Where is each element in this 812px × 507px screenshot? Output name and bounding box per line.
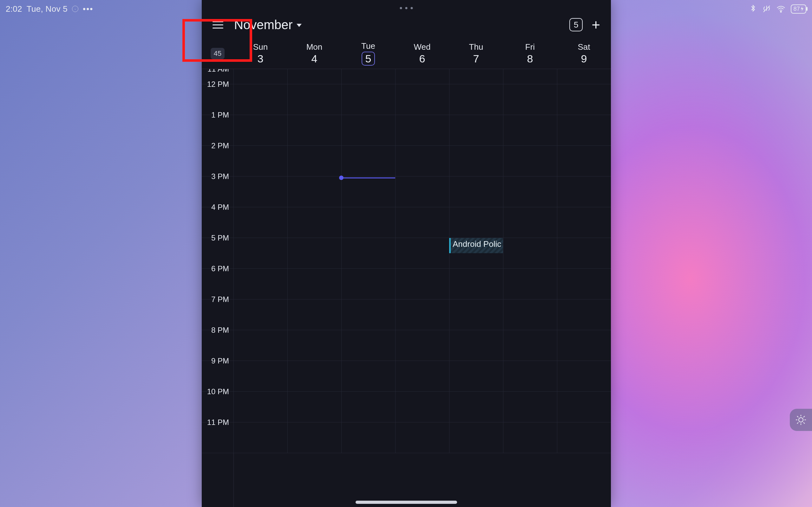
hour-row[interactable]: 5 PM xyxy=(202,238,611,269)
grid-cell[interactable] xyxy=(287,422,341,453)
day-header-thu[interactable]: Thu 7 xyxy=(449,38,503,69)
grid-cell[interactable] xyxy=(395,269,449,299)
hour-row[interactable]: 2 PM xyxy=(202,146,611,176)
grid-cell[interactable] xyxy=(503,330,557,360)
calendar-grid[interactable]: 11 AM12 PM1 PM2 PM3 PM4 PM5 PM6 PM7 PM8 … xyxy=(202,69,611,507)
grid-cell[interactable] xyxy=(341,176,395,207)
more-notifications-icon[interactable]: ••• xyxy=(83,4,93,14)
hour-row[interactable]: 4 PM xyxy=(202,207,611,238)
brightness-fab[interactable] xyxy=(790,409,812,431)
grid-cell[interactable] xyxy=(395,207,449,238)
grid-cell[interactable] xyxy=(287,392,341,422)
grid-cell[interactable] xyxy=(287,176,341,207)
grid-cell[interactable] xyxy=(557,84,611,115)
grid-cell[interactable] xyxy=(449,176,503,207)
grid-cell[interactable] xyxy=(287,115,341,146)
grid-cell[interactable] xyxy=(341,269,395,299)
grid-cell[interactable] xyxy=(557,392,611,422)
grid-cell[interactable] xyxy=(503,146,557,176)
grid-cell[interactable] xyxy=(287,146,341,176)
day-header-fri[interactable]: Fri 8 xyxy=(503,38,557,69)
grid-cell[interactable] xyxy=(234,269,287,299)
hour-row[interactable]: 12 PM xyxy=(202,84,611,115)
hour-row[interactable]: 10 PM xyxy=(202,392,611,422)
grid-cell[interactable] xyxy=(287,69,341,84)
calendar-event[interactable]: Android Polic xyxy=(449,238,503,253)
grid-cell[interactable] xyxy=(395,146,449,176)
hour-row[interactable]: 11 AM xyxy=(202,69,611,84)
today-button[interactable]: 5 xyxy=(569,18,583,32)
grid-cell[interactable] xyxy=(503,422,557,453)
grid-cell[interactable] xyxy=(503,269,557,299)
grid-cell[interactable] xyxy=(449,361,503,391)
grid-cell[interactable] xyxy=(395,422,449,453)
grid-cell[interactable] xyxy=(503,207,557,238)
day-header-tue[interactable]: Tue 5 xyxy=(341,38,395,69)
grid-cell[interactable] xyxy=(287,269,341,299)
day-header-sat[interactable]: Sat 9 xyxy=(557,38,611,69)
grid-cell[interactable] xyxy=(449,330,503,360)
grid-cell[interactable] xyxy=(234,392,287,422)
grid-cell[interactable] xyxy=(557,238,611,268)
grid-cell[interactable] xyxy=(557,176,611,207)
grid-cell[interactable] xyxy=(341,392,395,422)
grid-cell[interactable] xyxy=(287,207,341,238)
hour-row[interactable]: 6 PM xyxy=(202,269,611,299)
app-drag-handle-icon[interactable] xyxy=(400,7,413,9)
grid-cell[interactable] xyxy=(503,299,557,330)
grid-cell[interactable] xyxy=(234,361,287,391)
grid-cell[interactable] xyxy=(395,238,449,268)
grid-cell[interactable] xyxy=(449,115,503,146)
grid-cell[interactable] xyxy=(341,238,395,268)
navigation-bar-pill[interactable] xyxy=(356,501,457,504)
grid-cell[interactable] xyxy=(341,146,395,176)
grid-cell[interactable] xyxy=(449,422,503,453)
grid-cell[interactable] xyxy=(287,238,341,268)
grid-cell[interactable] xyxy=(234,330,287,360)
grid-cell[interactable] xyxy=(234,84,287,115)
month-picker[interactable]: November xyxy=(234,18,302,32)
grid-cell[interactable] xyxy=(234,299,287,330)
grid-cell[interactable] xyxy=(557,299,611,330)
grid-cell[interactable] xyxy=(395,176,449,207)
grid-cell[interactable] xyxy=(341,330,395,360)
grid-cell[interactable] xyxy=(557,269,611,299)
grid-cell[interactable] xyxy=(341,84,395,115)
grid-cell[interactable] xyxy=(234,115,287,146)
grid-cell[interactable] xyxy=(287,299,341,330)
grid-cell[interactable] xyxy=(449,146,503,176)
grid-cell[interactable] xyxy=(557,422,611,453)
grid-cell[interactable] xyxy=(449,84,503,115)
grid-cell[interactable] xyxy=(395,115,449,146)
grid-cell[interactable] xyxy=(449,299,503,330)
grid-cell[interactable] xyxy=(557,330,611,360)
grid-cell[interactable] xyxy=(557,361,611,391)
grid-cell[interactable] xyxy=(503,69,557,84)
hour-row[interactable]: 11 PM xyxy=(202,422,611,453)
grid-cell[interactable] xyxy=(234,238,287,268)
grid-cell[interactable] xyxy=(557,69,611,84)
grid-cell[interactable] xyxy=(503,115,557,146)
grid-cell[interactable] xyxy=(503,176,557,207)
grid-cell[interactable] xyxy=(503,361,557,391)
day-header-sun[interactable]: Sun 3 xyxy=(234,38,287,69)
grid-cell[interactable] xyxy=(341,361,395,391)
grid-cell[interactable] xyxy=(395,330,449,360)
grid-cell[interactable] xyxy=(341,115,395,146)
grid-cell[interactable] xyxy=(234,422,287,453)
hour-row[interactable]: 8 PM xyxy=(202,330,611,361)
hour-row[interactable]: 9 PM xyxy=(202,361,611,392)
grid-cell[interactable] xyxy=(234,176,287,207)
hour-row[interactable]: 1 PM xyxy=(202,115,611,146)
grid-cell[interactable] xyxy=(449,207,503,238)
grid-cell[interactable] xyxy=(449,392,503,422)
grid-cell[interactable] xyxy=(234,69,287,84)
day-header-mon[interactable]: Mon 4 xyxy=(287,38,341,69)
day-header-wed[interactable]: Wed 6 xyxy=(395,38,449,69)
grid-cell[interactable] xyxy=(287,330,341,360)
grid-cell[interactable] xyxy=(341,207,395,238)
grid-cell[interactable] xyxy=(287,84,341,115)
grid-cell[interactable] xyxy=(395,392,449,422)
grid-cell[interactable] xyxy=(395,299,449,330)
menu-button[interactable] xyxy=(212,18,225,31)
